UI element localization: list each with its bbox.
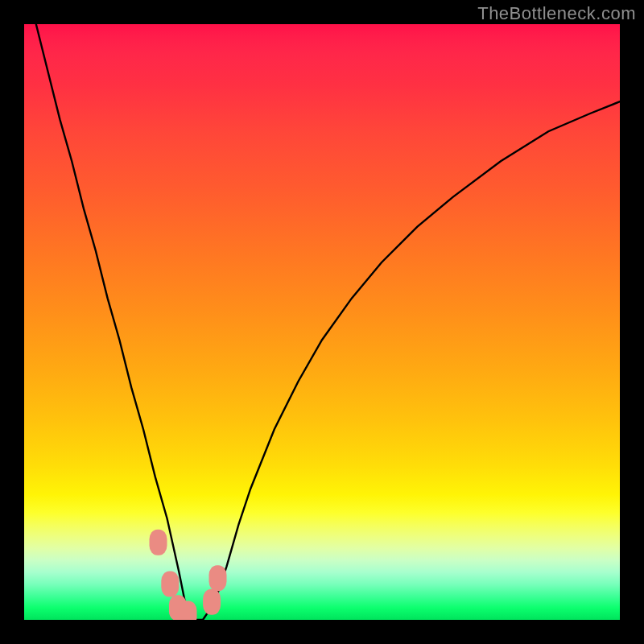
markers-group <box>150 530 227 620</box>
chart-stage: TheBottleneck.com <box>0 0 644 644</box>
marker-b <box>161 572 179 597</box>
marker-f <box>209 565 227 591</box>
marker-a <box>150 530 167 555</box>
marker-e <box>203 589 221 615</box>
marker-d <box>180 601 197 620</box>
plot-area <box>24 24 620 620</box>
watermark-text: TheBottleneck.com <box>477 3 636 24</box>
bottleneck-curve <box>24 24 620 620</box>
chart-svg <box>24 24 620 620</box>
